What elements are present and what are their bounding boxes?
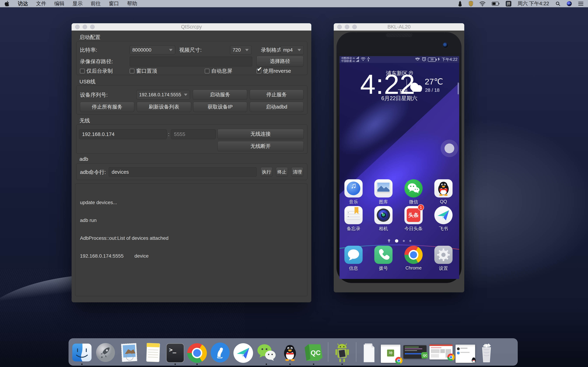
app-gallery[interactable]: 图库	[371, 179, 396, 205]
menu-help[interactable]: 帮助	[127, 0, 137, 7]
dock-item-trash[interactable]	[478, 341, 495, 363]
phone-screen[interactable]: 优酷移动 3G 中国联通 4G	[339, 56, 459, 279]
checkbox-auto-screen-off[interactable]: 自动息屏	[205, 67, 232, 75]
app-wechat[interactable]: 微信	[401, 179, 426, 205]
dock-item-terminal[interactable]: >_	[166, 341, 184, 363]
menu-bar-clock[interactable]: 周六 下午4:22	[518, 0, 549, 7]
dock-item-documents-stack[interactable]	[360, 341, 378, 363]
record-format-label: 录制格式:	[261, 45, 283, 55]
menu-window[interactable]: 窗口	[109, 0, 119, 7]
app-dialer[interactable]: 拨号	[371, 246, 396, 271]
wireless-ip-input[interactable]: 192.168.0.174	[79, 129, 167, 139]
video-size-value: 720	[233, 47, 241, 53]
window-thumbnail	[429, 344, 453, 359]
dock-item-minimized-chrome-window[interactable]: 坤	[381, 341, 400, 363]
dock-item-seal-app[interactable]	[210, 341, 231, 363]
checkbox-record-background[interactable]: 仅后台录制	[80, 67, 113, 75]
app-settings[interactable]: 设置	[431, 246, 456, 271]
page-dot	[409, 240, 411, 242]
stop-all-services-button[interactable]: 停止所有服务	[80, 102, 134, 112]
close-button[interactable]	[337, 25, 342, 29]
minimize-button[interactable]	[345, 25, 349, 29]
app-toutiao[interactable]: 头条 1 今日头条	[401, 206, 426, 232]
chrome-badge-icon	[447, 354, 455, 361]
tray-bird-icon[interactable]	[458, 1, 462, 7]
documents-icon	[360, 342, 378, 363]
checkbox-use-reverse[interactable]: ✔ 使用reverse	[257, 67, 291, 75]
minimize-button[interactable]	[83, 25, 87, 29]
battery-icon[interactable]	[492, 1, 500, 6]
section-adb: adb	[79, 156, 88, 162]
checkbox-checked-icon: ✔	[257, 69, 261, 73]
dock-item-finder[interactable]	[72, 341, 92, 363]
dock-item-launchpad[interactable]	[95, 341, 116, 363]
siri-icon[interactable]	[567, 1, 572, 6]
wireless-port-input[interactable]: 5555	[171, 129, 216, 139]
dock-item-minimized-browser-window[interactable]	[429, 341, 453, 363]
phone-window-titlebar[interactable]: BKL-AL20	[334, 23, 464, 31]
spotlight-search-icon[interactable]	[555, 1, 560, 6]
app-qq[interactable]: QQ	[431, 179, 456, 204]
tray-shield-icon[interactable]	[469, 1, 473, 7]
bitrate-combo[interactable]: 8000000	[130, 45, 175, 55]
start-service-button[interactable]: 启动服务	[193, 90, 247, 100]
dock-item-mail[interactable]	[119, 341, 139, 363]
execute-button[interactable]: 执行	[260, 167, 272, 177]
close-button[interactable]	[75, 25, 80, 29]
adb-log-output[interactable]: update devices... adb run AdbProcess::ou…	[75, 184, 307, 296]
serial-combo[interactable]: 192.168.0.174:5555	[137, 90, 190, 100]
adb-cmd-label: adb命令行:	[80, 167, 106, 177]
phone-usb-icon	[367, 57, 370, 62]
app-feishu[interactable]: 飞书	[431, 206, 456, 232]
qtscrcpy-titlebar[interactable]: QtScrcpy	[72, 23, 311, 31]
window-title: BKL-AL20	[388, 24, 411, 30]
zoom-button[interactable]	[352, 25, 357, 29]
menu-edit[interactable]: 编辑	[54, 0, 64, 7]
start-adbd-button[interactable]: 启动adbd	[250, 102, 303, 112]
dock-item-minimized-qq-window[interactable]	[456, 341, 475, 363]
app-music[interactable]: ♫ 音乐	[341, 179, 366, 205]
wireless-disconnect-button[interactable]: 无线断开	[217, 141, 304, 151]
dock-item-notes[interactable]	[142, 341, 163, 363]
trash-icon	[478, 342, 495, 363]
app-notes[interactable]: 备忘录	[341, 206, 366, 232]
serial-value: 192.168.0.174:5555	[139, 92, 181, 98]
menu-file[interactable]: 文件	[36, 0, 46, 7]
dock-item-qq[interactable]	[280, 341, 300, 363]
notification-center-icon[interactable]	[578, 1, 583, 6]
dock-item-minimized-qtcreator-window[interactable]: QC	[403, 341, 426, 363]
app-messages[interactable]: 信息	[341, 246, 366, 271]
terminate-button[interactable]: 终止	[276, 167, 288, 177]
running-indicator	[196, 364, 198, 365]
input-method-icon[interactable]: 拼	[506, 1, 511, 7]
scrollbar[interactable]	[458, 83, 459, 94]
app-chrome[interactable]: Chrome	[401, 246, 426, 271]
get-device-ip-button[interactable]: 获取设备IP	[193, 102, 247, 112]
usb-group: 设备序列号: 192.168.0.174:5555 启动服务 停止服务 停止所有…	[76, 85, 307, 115]
dock-item-android-scrcpy[interactable]	[332, 341, 352, 363]
svg-text:QC: QC	[423, 354, 427, 357]
stop-service-button[interactable]: 停止服务	[250, 90, 303, 100]
record-path-input[interactable]	[130, 57, 252, 67]
zoom-button[interactable]	[90, 25, 95, 29]
dock-item-qtcreator[interactable]: QC	[303, 341, 324, 363]
floating-nav-ball[interactable]	[444, 143, 454, 153]
dock-item-wechat[interactable]	[256, 341, 277, 363]
record-format-combo[interactable]: mp4	[281, 45, 304, 55]
clear-button[interactable]: 清理	[291, 167, 303, 177]
adb-cmd-input[interactable]: devices	[109, 167, 257, 177]
checkbox-always-on-top[interactable]: 窗口置顶	[130, 67, 157, 75]
dock-item-feishu[interactable]	[233, 341, 253, 363]
menu-view[interactable]: 显示	[72, 0, 83, 7]
wireless-connect-button[interactable]: 无线连接	[217, 129, 304, 139]
running-indicator	[341, 364, 343, 365]
apple-menu-icon[interactable]	[5, 1, 10, 7]
choose-path-button[interactable]: 选择路径	[257, 56, 303, 67]
wifi-icon[interactable]	[479, 1, 485, 6]
menu-finder[interactable]: 访达	[18, 0, 28, 7]
video-size-combo[interactable]: 720	[230, 45, 251, 55]
app-camera[interactable]: 相机	[371, 206, 396, 232]
refresh-device-list-button[interactable]: 刷新设备列表	[137, 102, 191, 112]
menu-go[interactable]: 前往	[91, 0, 101, 7]
dock-item-chrome[interactable]	[187, 341, 207, 363]
